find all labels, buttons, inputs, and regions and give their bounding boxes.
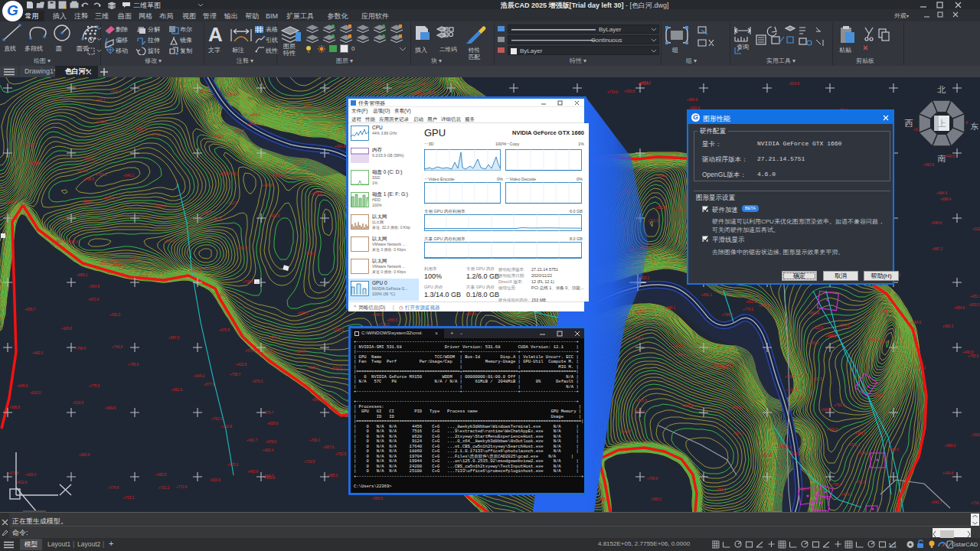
- svg-text:1:1: 1:1: [888, 542, 897, 549]
- svg-text:二维草图: 二维草图: [133, 2, 161, 9]
